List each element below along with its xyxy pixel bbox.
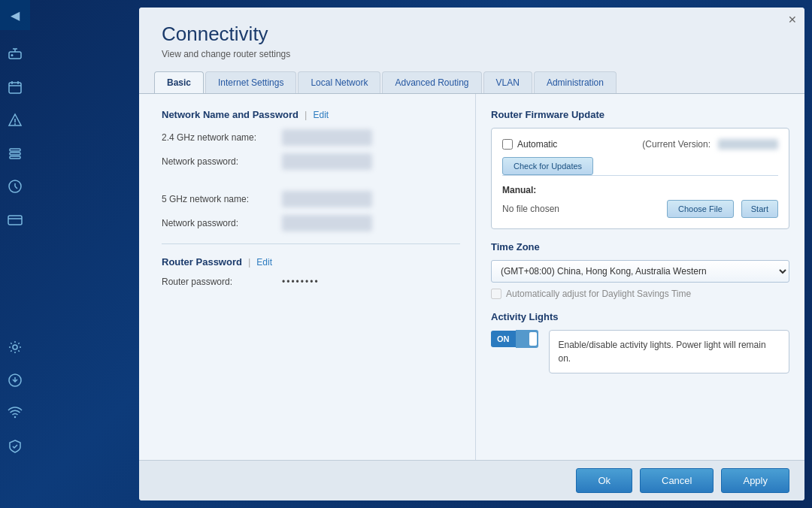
network-5g-name-row: 5 GHz network name: (162, 191, 460, 207)
svg-point-9 (14, 123, 16, 125)
start-button[interactable]: Start (741, 200, 778, 218)
shield-nav-icon (8, 439, 23, 454)
toggle-on-label: ON (491, 331, 516, 347)
svg-rect-4 (9, 83, 21, 93)
manual-row: No file chosen Choose File Start (502, 200, 778, 218)
heading-divider: | (304, 109, 307, 120)
svg-point-18 (13, 345, 17, 349)
tab-internet-settings[interactable]: Internet Settings (205, 71, 296, 93)
network-24-name-label: 2.4 GHz network name: (162, 132, 274, 143)
sidebar-item-router[interactable] (0, 38, 30, 71)
tab-local-network[interactable]: Local Network (298, 71, 380, 93)
check-updates-button[interactable]: Check for Updates (502, 157, 593, 175)
firmware-automatic-checkbox[interactable] (502, 139, 513, 150)
tab-basic[interactable]: Basic (154, 71, 204, 93)
firmware-heading: Router Firmware Update (491, 109, 789, 120)
network-edit-link[interactable]: Edit (313, 110, 329, 120)
svg-rect-11 (10, 153, 20, 155)
dst-row: Automatically adjust for Daylight Saving… (491, 289, 789, 299)
router-password-edit-link[interactable]: Edit (256, 257, 272, 268)
router-nav-icon (7, 46, 23, 62)
activity-lights-heading: Activity Lights (491, 311, 789, 322)
back-icon: ◀ (11, 8, 20, 23)
alert-nav-icon (8, 113, 23, 128)
clock-nav-icon (8, 179, 23, 194)
network-heading-text: Network Name and Password (162, 109, 298, 120)
current-version-label: (Current Version: (642, 139, 710, 150)
router-password-label: Router password: (162, 277, 274, 287)
manual-section: Manual: No file chosen Choose File Start (502, 175, 778, 218)
network-24-name-value (282, 129, 372, 146)
ok-button[interactable]: Ok (576, 468, 632, 493)
sidebar-item-download[interactable] (0, 364, 30, 397)
main-panel: ✕ Connectivity View and change router se… (139, 8, 804, 500)
dst-checkbox[interactable] (491, 289, 501, 299)
tab-vlan[interactable]: VLAN (483, 71, 532, 93)
content-area: Network Name and Password | Edit 2.4 GHz… (139, 93, 804, 460)
card-nav-icon (7, 211, 23, 228)
left-section: Network Name and Password | Edit 2.4 GHz… (139, 94, 476, 460)
firmware-automatic-row: Automatic (Current Version: (502, 139, 778, 150)
svg-line-15 (15, 186, 17, 189)
no-file-text: No file chosen (502, 204, 659, 214)
svg-rect-12 (10, 156, 20, 159)
timezone-heading: Time Zone (491, 241, 789, 252)
network-section-heading: Network Name and Password | Edit (162, 109, 460, 120)
network-24-password-value (282, 153, 372, 170)
toggle-knob (529, 332, 537, 346)
wifi-nav-icon (8, 406, 23, 421)
router-password-section-heading: Router Password | Edit (162, 256, 460, 268)
activity-lights-section: Activity Lights ON Enable/disable activi… (491, 311, 789, 373)
network-24-password-row: Network password: (162, 153, 460, 170)
page-title: Connectivity (162, 23, 782, 46)
manual-label: Manual: (502, 185, 778, 195)
svg-rect-16 (8, 216, 22, 225)
firmware-automatic-label[interactable]: Automatic (502, 139, 557, 150)
network-24-password-label: Network password: (162, 156, 274, 167)
svg-rect-10 (10, 149, 20, 151)
sidebar-item-gear[interactable] (0, 331, 30, 364)
network-5g-password-label: Network password: (162, 218, 274, 228)
network-24-name-row: 2.4 GHz network name: (162, 129, 460, 146)
network-5g-name-value (282, 191, 372, 207)
router-password-heading-text: Router Password (162, 256, 242, 268)
settings-nav-icon (8, 146, 23, 161)
tab-advanced-routing[interactable]: Advanced Routing (382, 71, 481, 93)
sidebar-item-calendar[interactable] (0, 71, 30, 104)
network-5g-password-value (282, 215, 372, 231)
close-icon: ✕ (788, 14, 797, 26)
toggle-track[interactable] (516, 330, 538, 348)
timezone-select[interactable]: (GMT+08:00) China, Hong Kong, Australia … (491, 260, 789, 283)
current-version-value (718, 139, 778, 150)
back-button[interactable]: ◀ (0, 0, 30, 30)
activity-toggle[interactable]: ON (491, 330, 538, 348)
firmware-box: Automatic (Current Version: Check for Up… (491, 128, 789, 229)
check-updates-row: Check for Updates (502, 157, 778, 175)
sidebar-item-settings[interactable] (0, 137, 30, 170)
router-heading-divider: | (248, 256, 250, 268)
right-section: Router Firmware Update Automatic (Curren… (476, 94, 804, 460)
svg-rect-0 (9, 52, 21, 59)
activity-lights-row: ON Enable/disable activity lights. Power… (491, 330, 789, 373)
network-5g-name-label: 5 GHz network name: (162, 194, 274, 204)
network-5g-password-row: Network password: (162, 215, 460, 231)
sidebar-item-wifi[interactable] (0, 397, 30, 430)
sidebar-item-alert[interactable] (0, 104, 30, 137)
panel-header: Connectivity View and change router sett… (139, 8, 804, 65)
choose-file-button[interactable]: Choose File (667, 200, 734, 218)
sidebar-item-card[interactable] (0, 203, 30, 236)
activity-description: Enable/disable activity lights. Power li… (549, 330, 790, 373)
apply-button[interactable]: Apply (721, 468, 789, 493)
close-button[interactable]: ✕ (786, 14, 798, 26)
sidebar-item-shield[interactable] (0, 430, 30, 463)
sidebar-item-clock[interactable] (0, 170, 30, 203)
router-password-row: Router password: •••••••• (162, 277, 460, 287)
sidebar: ◀ (0, 0, 139, 508)
tabs-container: Basic Internet Settings Local Network Ad… (139, 71, 804, 93)
cancel-button[interactable]: Cancel (640, 468, 714, 493)
svg-point-1 (11, 54, 14, 56)
download-nav-icon (8, 373, 23, 388)
router-password-value: •••••••• (282, 277, 320, 287)
tab-administration[interactable]: Administration (534, 71, 617, 93)
section-divider-1 (162, 243, 460, 244)
